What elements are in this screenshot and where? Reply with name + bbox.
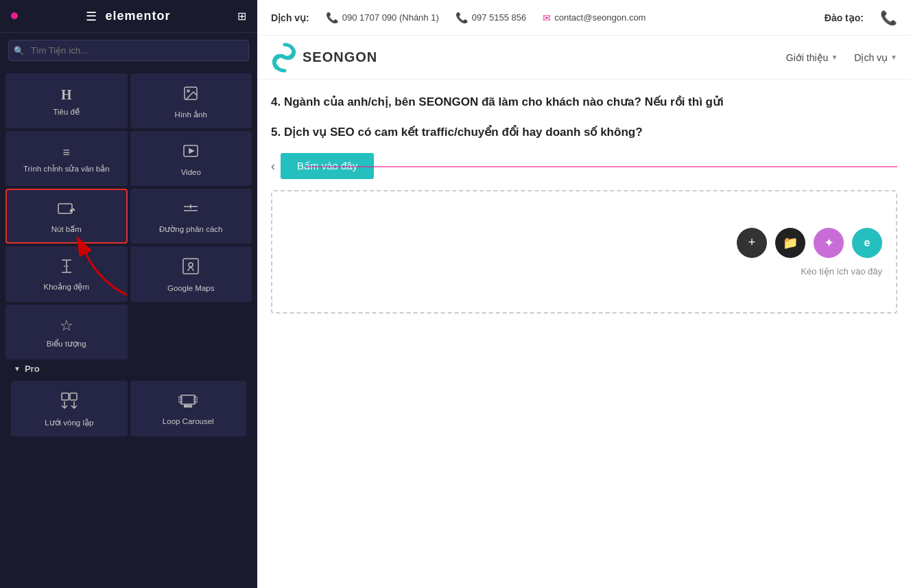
image-icon	[182, 85, 199, 106]
widget-hinh-anh[interactable]: Hình ảnh	[130, 73, 252, 128]
svg-rect-13	[183, 259, 198, 274]
widget-loop-carousel-label: Loop Carousel	[163, 416, 214, 427]
grid-icon[interactable]: ⊞	[237, 10, 246, 23]
svg-rect-19	[194, 397, 197, 403]
site-logo: SEONGON	[271, 42, 377, 73]
right-panel: Dịch vụ: 📞 090 1707 090 (Nhánh 1) 📞 097 …	[257, 0, 911, 588]
button-row: ‹ Bấm vào đây	[271, 153, 897, 179]
svg-point-23	[190, 405, 192, 407]
pro-widgets: Lưới vòng lặp Loop Carousel	[5, 377, 252, 442]
logo-svg	[271, 42, 297, 73]
question-4-text: 4. Ngành của anh/chị, bên SEONGON đã làm…	[271, 95, 724, 108]
dich-vu-chevron-icon: ▼	[890, 54, 897, 61]
brand-name: elementor	[105, 9, 170, 23]
svg-rect-16	[70, 393, 77, 400]
video-icon	[182, 143, 199, 163]
email-icon: ✉	[543, 12, 551, 23]
widget-tieu-de-label: Tiêu đề	[53, 107, 80, 117]
svg-rect-15	[62, 393, 69, 400]
question-5-text: 5. Dịch vụ SEO có cam kết traffic/chuyển…	[271, 126, 643, 139]
loop-carousel-icon	[178, 393, 198, 412]
elementor-action-button[interactable]: e	[852, 228, 882, 258]
icon-widget-icon: ☆	[60, 317, 73, 335]
phone-icon-2: 📞	[456, 12, 469, 24]
widget-nut-bam-label: Nút bấm	[51, 224, 82, 235]
service-label: Dịch vụ:	[271, 12, 309, 23]
widget-luoi-vong-lap[interactable]: Lưới vòng lặp	[11, 381, 128, 436]
gioi-thieu-chevron-icon: ▼	[831, 54, 838, 61]
widget-bieu-tuong-label: Biểu tượng	[47, 339, 86, 349]
widget-duong-phan-cach-label: Đường phân cách	[159, 224, 222, 235]
widget-khoang-dem[interactable]: Khoảng đệm	[5, 246, 128, 302]
brand-dot	[11, 12, 18, 19]
drop-zone[interactable]: + 📁 ✦ e Kéo tiện ích vào đây	[271, 190, 897, 314]
widget-trinh-chinh-sua[interactable]: ≡ Trình chỉnh sửa văn bản	[5, 131, 128, 186]
nav-gioi-thieu-label: Giới thiệu	[786, 52, 829, 63]
widget-grid: H Tiêu đề Hình ảnh ≡ Trình chỉnh sửa văn…	[5, 73, 252, 360]
svg-rect-4	[58, 204, 72, 213]
svg-point-1	[187, 90, 189, 92]
site-header-bar: Dịch vụ: 📞 090 1707 090 (Nhánh 1) 📞 097 …	[257, 0, 911, 36]
widget-bieu-tuong[interactable]: ☆ Biểu tượng	[5, 305, 128, 360]
phone-item-1: 📞 090 1707 090 (Nhánh 1)	[326, 12, 439, 24]
folder-action-button[interactable]: 📁	[775, 228, 805, 258]
magic-action-button[interactable]: ✦	[814, 228, 844, 258]
widget-tieu-de[interactable]: H Tiêu đề	[5, 73, 128, 128]
text-editor-icon: ≡	[62, 145, 70, 160]
loop-grid-icon	[60, 392, 78, 414]
pro-section-label: Pro	[14, 364, 244, 374]
button-icon	[58, 201, 75, 220]
widget-trinh-chinh-sua-label: Trình chỉnh sửa văn bản	[23, 164, 110, 174]
nav-dich-vu-label: Dịch vụ	[854, 52, 888, 63]
widget-hinh-anh-label: Hình ảnh	[175, 110, 207, 120]
phone-item-2: 📞 097 5155 856	[456, 12, 527, 24]
search-input[interactable]	[8, 40, 249, 61]
email-item: ✉ contact@seongon.com	[543, 12, 646, 23]
heading-icon: H	[61, 87, 72, 103]
dao-tao-phone-icon: 📞	[880, 10, 897, 26]
email-text: contact@seongon.com	[554, 12, 646, 23]
widget-google-maps-label: Google Maps	[167, 283, 214, 294]
site-content: 4. Ngành của anh/chị, bên SEONGON đã làm…	[257, 80, 911, 588]
svg-point-14	[189, 263, 193, 267]
dao-tao-label: Đào tạo:	[825, 12, 864, 23]
nav-link-dich-vu[interactable]: Dịch vụ ▼	[854, 52, 897, 63]
svg-point-21	[185, 405, 187, 407]
logo-text: SEONGON	[303, 49, 377, 65]
plus-icon: +	[748, 235, 756, 250]
phone2-text: 097 5155 856	[472, 12, 527, 23]
widgets-area: H Tiêu đề Hình ảnh ≡ Trình chỉnh sửa văn…	[0, 68, 257, 588]
pink-line	[305, 166, 897, 167]
question-4: 4. Ngành của anh/chị, bên SEONGON đã làm…	[271, 93, 897, 111]
widget-video-label: Video	[181, 167, 201, 178]
elementor-e-icon: e	[864, 237, 871, 249]
svg-marker-3	[189, 149, 193, 153]
magic-icon: ✦	[824, 235, 834, 250]
add-action-button[interactable]: +	[737, 228, 767, 258]
left-panel: ☰ elementor ⊞ H Tiêu đề	[0, 0, 257, 588]
svg-rect-17	[181, 395, 195, 404]
spacer-icon	[58, 259, 75, 278]
widget-video[interactable]: Video	[130, 131, 252, 186]
svg-point-22	[187, 405, 189, 407]
widget-nut-bam[interactable]: Nút bấm	[5, 189, 128, 244]
pro-section: Pro	[5, 360, 252, 377]
hamburger-icon[interactable]: ☰	[86, 9, 97, 24]
top-bar: ☰ elementor ⊞	[0, 0, 257, 33]
widget-duong-phan-cach[interactable]: Đường phân cách	[130, 189, 252, 244]
folder-icon: 📁	[783, 235, 798, 250]
svg-rect-18	[179, 397, 182, 403]
back-arrow-btn[interactable]: ‹	[271, 159, 275, 174]
widget-luoi-vong-lap-label: Lưới vòng lặp	[45, 418, 93, 428]
nav-link-gioi-thieu[interactable]: Giới thiệu ▼	[786, 52, 838, 63]
drop-zone-actions: + 📁 ✦ e	[737, 228, 882, 258]
widget-google-maps[interactable]: Google Maps	[130, 246, 252, 302]
maps-icon	[182, 257, 200, 279]
drop-hint: Kéo tiện ích vào đây	[801, 266, 882, 277]
search-area	[0, 33, 257, 68]
svg-point-5	[70, 209, 72, 211]
phone-icon-1: 📞	[326, 12, 339, 24]
divider-icon	[182, 201, 200, 220]
phone1-text: 090 1707 090 (Nhánh 1)	[342, 12, 439, 23]
widget-loop-carousel[interactable]: Loop Carousel	[130, 381, 247, 436]
